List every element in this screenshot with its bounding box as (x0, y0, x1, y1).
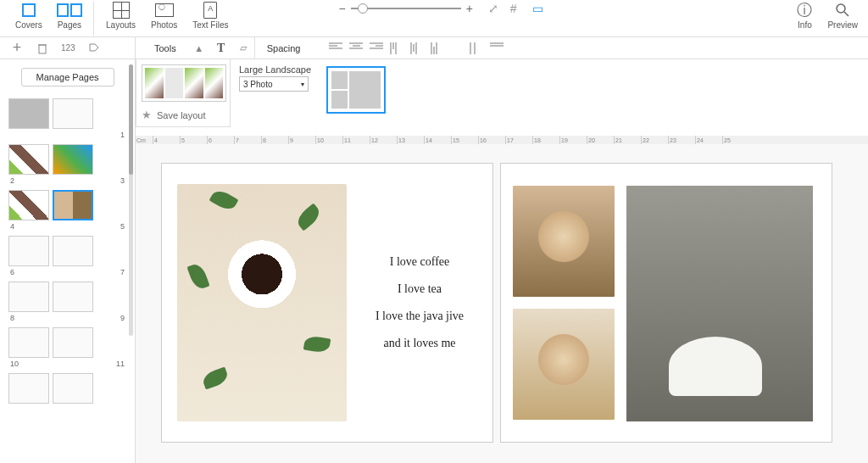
page-thumb[interactable] (8, 144, 49, 175)
distribute-h-icon[interactable] (470, 42, 483, 54)
layout-preview-panel: ★ Save layout (136, 59, 231, 127)
page-thumb[interactable] (8, 190, 49, 220)
add-page-button[interactable]: + (10, 42, 24, 55)
page-thumb[interactable] (53, 98, 93, 129)
page-count: 123 (61, 42, 75, 55)
photos-tab[interactable]: Photos (151, 2, 177, 30)
page-num: 10 (10, 360, 19, 368)
save-layout-button[interactable]: ★ Save layout (142, 109, 225, 121)
layout-thumbnail[interactable] (142, 64, 226, 102)
grid-icon[interactable]: # (510, 2, 524, 15)
scrollbar-thumb[interactable] (129, 64, 133, 175)
text-line: I love tea (398, 282, 442, 296)
pages-label: Pages (58, 20, 81, 30)
search-icon (832, 2, 854, 19)
preview-button[interactable]: Preview (827, 2, 858, 30)
photos-label: Photos (151, 20, 177, 30)
manage-pages-button[interactable]: Manage Pages (21, 68, 114, 86)
save-layout-label: Save layout (157, 110, 205, 120)
align-middle-icon[interactable] (410, 42, 424, 54)
photo-small-bottom[interactable] (513, 309, 615, 420)
page-thumb[interactable] (53, 373, 93, 404)
left-page[interactable]: I love coffee I love tea I love the java… (161, 163, 493, 443)
text-tool-icon[interactable]: T (210, 41, 232, 56)
sidebar-scrollbar[interactable] (129, 64, 133, 336)
photo-large[interactable] (626, 186, 813, 421)
right-page[interactable] (500, 163, 832, 443)
pages-tab[interactable]: Pages (58, 2, 81, 30)
spacing-label: Spacing (255, 43, 313, 53)
align-center-icon[interactable] (349, 42, 363, 54)
text-line: and it loves me (383, 337, 455, 350)
page-thumb[interactable] (8, 373, 49, 404)
page-num: 6 (10, 268, 14, 276)
page-num: 1 (120, 131, 125, 139)
shape-tool-icon[interactable]: ▱ (232, 41, 254, 56)
distribute-v-icon[interactable] (490, 42, 504, 54)
page-num: 8 (10, 314, 14, 322)
textfiles-tab[interactable]: Text Files (192, 2, 228, 30)
page-thumb[interactable] (53, 327, 93, 358)
page-num: 7 (120, 268, 125, 276)
text-line: I love coffee (390, 255, 449, 269)
canvas[interactable]: I love coffee I love tea I love the java… (136, 144, 868, 463)
covers-icon (18, 2, 40, 19)
page-thumb[interactable] (53, 282, 93, 312)
separator (93, 2, 94, 36)
top-toolbar: Covers Pages Layouts Photos Text Files −… (0, 0, 868, 37)
page-num: 11 (116, 360, 125, 368)
page-thumb[interactable] (53, 144, 93, 175)
align-bottom-icon[interactable] (431, 42, 444, 54)
layout-option-selected[interactable] (326, 66, 386, 114)
layouts-icon (110, 2, 132, 19)
pages-sidebar: + 123 Manage Pages 1 23 45 67 89 1011 (0, 37, 136, 463)
layout-selector: Large Landscape 3 Photo ▾ (239, 64, 386, 114)
page-num: 3 (120, 176, 125, 185)
page-num: 5 (120, 222, 125, 231)
align-group (329, 42, 444, 54)
textfiles-label: Text Files (192, 20, 228, 30)
align-left-icon[interactable] (329, 42, 342, 54)
align-top-icon[interactable] (390, 42, 403, 54)
delete-page-button[interactable] (36, 42, 49, 55)
page-num: 9 (120, 314, 125, 322)
page-num: 4 (10, 222, 14, 231)
photos-icon (153, 2, 175, 19)
chevron-down-icon: ▾ (301, 81, 304, 88)
layouts-label: Layouts (106, 20, 136, 30)
tools-label: Tools (142, 43, 188, 53)
info-label: Info (798, 20, 812, 30)
text-block[interactable]: I love coffee I love tea I love the java… (362, 255, 477, 350)
layouts-tab[interactable]: Layouts (106, 2, 136, 30)
page-num: 2 (10, 176, 14, 185)
page-thumb[interactable] (53, 236, 93, 266)
image-tool-icon[interactable]: ▲ (188, 41, 210, 56)
layout-dropdown-group: Large Landscape 3 Photo ▾ (239, 64, 311, 92)
photo-column (513, 186, 615, 420)
ruler-icon[interactable]: ▭ (532, 2, 546, 15)
zoom-slider[interactable] (351, 8, 461, 9)
align-right-icon[interactable] (370, 42, 383, 54)
page-thumb[interactable] (8, 98, 49, 129)
covers-label: Covers (15, 20, 42, 30)
info-button[interactable]: ⓘ Info (793, 2, 815, 30)
page-thumb-selected[interactable] (53, 190, 93, 220)
main-photo[interactable] (177, 184, 347, 421)
photo-small-top[interactable] (513, 186, 615, 297)
page-thumb[interactable] (8, 282, 49, 312)
page-thumb[interactable] (8, 236, 49, 266)
covers-tab[interactable]: Covers (15, 2, 42, 30)
layout-size-label: Large Landscape (239, 64, 311, 75)
text-line: I love the java jive (376, 310, 464, 323)
tab-group-left: Covers Pages (7, 2, 90, 30)
zoom-in-button[interactable]: + (466, 2, 473, 15)
snap-icon[interactable]: ⤢ (488, 2, 502, 15)
zoom-out-button[interactable]: − (338, 2, 345, 15)
page-thumb[interactable] (8, 327, 49, 358)
info-icon: ⓘ (793, 2, 815, 19)
layout-dropdown[interactable]: 3 Photo ▾ (239, 76, 309, 92)
tag-icon[interactable] (87, 42, 101, 55)
svg-point-0 (837, 4, 845, 13)
zoom-handle[interactable] (358, 3, 368, 14)
sidebar-actions: + 123 (0, 37, 135, 59)
